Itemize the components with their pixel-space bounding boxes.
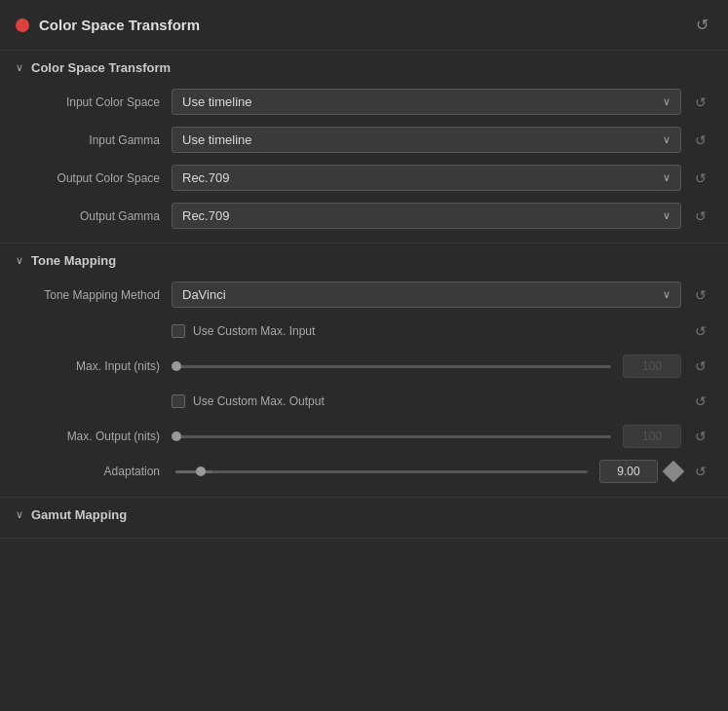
max-input-nits-row: Max. Input (nits) 100 ↺ — [0, 349, 728, 384]
output-gamma-row: Output Gamma Rec.709 ∨ ↺ — [0, 197, 728, 235]
status-dot — [16, 19, 29, 32]
adaptation-control: 9.00 — [172, 460, 658, 483]
use-custom-max-output-control: Use Custom Max. Output — [172, 394, 681, 408]
chevron-down-icon: ∨ — [663, 209, 671, 222]
tone-mapping-method-reset-button[interactable]: ↺ — [689, 283, 712, 307]
use-custom-max-input-label: Use Custom Max. Input — [193, 324, 315, 338]
panel-title: Color Space Transform — [39, 17, 692, 33]
max-output-nits-label: Max. Output (nits) — [16, 430, 172, 443]
use-custom-max-output-label: Use Custom Max. Output — [193, 394, 325, 408]
section-title-gamut: Gamut Mapping — [31, 507, 127, 522]
panel: Color Space Transform ↺ ∨ Color Space Tr… — [0, 0, 728, 539]
output-gamma-control: Rec.709 ∨ — [172, 203, 681, 229]
max-output-nits-reset-button[interactable]: ↺ — [689, 425, 712, 448]
use-custom-max-input-row: Use Custom Max. Input ↺ — [0, 314, 728, 349]
panel-header: Color Space Transform ↺ — [0, 0, 728, 51]
max-output-nits-row: Max. Output (nits) 100 ↺ — [0, 419, 728, 454]
chevron-icon: ∨ — [16, 254, 23, 267]
adaptation-value[interactable]: 9.00 — [599, 460, 658, 483]
output-gamma-dropdown[interactable]: Rec.709 ∨ — [172, 203, 681, 229]
adaptation-slider-track[interactable] — [175, 470, 588, 473]
input-color-space-control: Use timeline ∨ — [172, 89, 681, 115]
input-color-space-label: Input Color Space — [16, 95, 172, 109]
input-color-space-value: Use timeline — [182, 94, 252, 109]
use-custom-max-output-checkbox[interactable] — [172, 394, 185, 408]
output-color-space-control: Rec.709 ∨ — [172, 165, 681, 191]
use-custom-max-input-checkbox[interactable] — [172, 324, 185, 338]
section-title-cst: Color Space Transform — [31, 60, 171, 75]
output-color-space-dropdown[interactable]: Rec.709 ∨ — [172, 165, 681, 191]
adaptation-slider-thumb[interactable] — [196, 467, 206, 476]
tone-mapping-section: ∨ Tone Mapping Tone Mapping Method DaVin… — [0, 243, 728, 498]
output-color-space-label: Output Color Space — [16, 171, 172, 185]
adaptation-label: Adaptation — [16, 465, 172, 478]
diamond-icon[interactable] — [663, 461, 685, 483]
input-gamma-control: Use timeline ∨ — [172, 127, 681, 153]
chevron-icon: ∨ — [16, 508, 23, 521]
gamut-mapping-section: ∨ Gamut Mapping — [0, 498, 728, 539]
input-gamma-row: Input Gamma Use timeline ∨ ↺ — [0, 121, 728, 159]
max-output-nits-slider-thumb[interactable] — [172, 431, 181, 441]
chevron-down-icon: ∨ — [663, 133, 671, 146]
gamut-mapping-header[interactable]: ∨ Gamut Mapping — [0, 498, 728, 530]
use-custom-max-input-control: Use Custom Max. Input — [172, 324, 681, 338]
tone-mapping-method-label: Tone Mapping Method — [16, 288, 172, 302]
max-input-nits-reset-button[interactable]: ↺ — [689, 355, 712, 378]
output-gamma-value: Rec.709 — [182, 208, 229, 223]
tone-mapping-header[interactable]: ∨ Tone Mapping — [0, 243, 728, 276]
input-gamma-reset-button[interactable]: ↺ — [689, 129, 712, 152]
input-gamma-label: Input Gamma — [16, 133, 172, 147]
output-color-space-row: Output Color Space Rec.709 ∨ ↺ — [0, 159, 728, 197]
reset-all-button[interactable]: ↺ — [692, 12, 712, 38]
max-output-nits-control: 100 — [172, 425, 681, 448]
max-input-nits-control: 100 — [172, 355, 681, 378]
max-output-nits-value[interactable]: 100 — [623, 425, 681, 448]
color-space-transform-header[interactable]: ∨ Color Space Transform — [0, 51, 728, 83]
chevron-down-icon: ∨ — [663, 171, 671, 184]
output-gamma-label: Output Gamma — [16, 209, 172, 223]
max-input-nits-value[interactable]: 100 — [623, 355, 681, 378]
max-input-nits-label: Max. Input (nits) — [16, 359, 172, 373]
max-output-nits-slider-track[interactable] — [175, 435, 611, 438]
chevron-down-icon: ∨ — [663, 95, 671, 108]
output-color-space-reset-button[interactable]: ↺ — [689, 167, 712, 190]
input-gamma-value: Use timeline — [182, 132, 252, 147]
chevron-down-icon: ∨ — [663, 288, 671, 301]
chevron-icon: ∨ — [16, 61, 23, 74]
input-color-space-dropdown[interactable]: Use timeline ∨ — [172, 89, 681, 115]
adaptation-reset-button[interactable]: ↺ — [689, 460, 712, 483]
use-custom-max-output-row: Use Custom Max. Output ↺ — [0, 384, 728, 419]
tone-mapping-method-value: DaVinci — [182, 287, 226, 302]
max-input-nits-slider-thumb[interactable] — [172, 361, 181, 371]
use-custom-max-output-reset-button[interactable]: ↺ — [689, 390, 712, 413]
output-color-space-value: Rec.709 — [182, 170, 229, 185]
tone-mapping-method-row: Tone Mapping Method DaVinci ∨ ↺ — [0, 276, 728, 314]
use-custom-max-input-reset-button[interactable]: ↺ — [689, 319, 712, 343]
input-color-space-row: Input Color Space Use timeline ∨ ↺ — [0, 83, 728, 121]
tone-mapping-method-dropdown[interactable]: DaVinci ∨ — [172, 281, 681, 308]
input-gamma-dropdown[interactable]: Use timeline ∨ — [172, 127, 681, 153]
adaptation-row: Adaptation 9.00 ↺ — [0, 454, 728, 489]
output-gamma-reset-button[interactable]: ↺ — [689, 205, 712, 228]
color-space-transform-section: ∨ Color Space Transform Input Color Spac… — [0, 51, 728, 243]
section-title-tone: Tone Mapping — [31, 253, 116, 268]
max-input-nits-slider-track[interactable] — [175, 365, 611, 368]
tone-mapping-method-control: DaVinci ∨ — [172, 281, 681, 308]
input-color-space-reset-button[interactable]: ↺ — [689, 91, 712, 114]
